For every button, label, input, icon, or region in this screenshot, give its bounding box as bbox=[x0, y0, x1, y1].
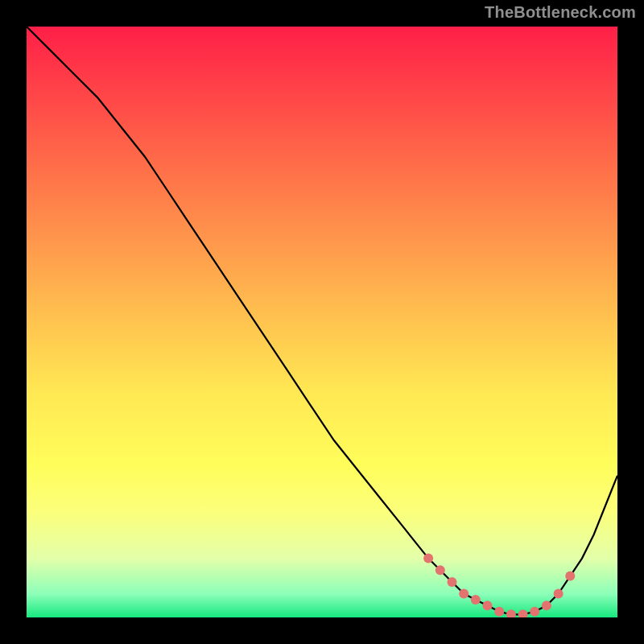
optimal-dot bbox=[554, 589, 564, 599]
optimal-dot bbox=[436, 565, 445, 575]
optimal-dot bbox=[542, 601, 551, 610]
dots-group bbox=[423, 554, 575, 617]
optimal-dots bbox=[27, 27, 617, 617]
optimal-dot bbox=[565, 572, 575, 581]
optimal-dot bbox=[471, 595, 481, 605]
optimal-dot bbox=[506, 609, 516, 617]
chart-container: TheBottleneck.com bbox=[0, 0, 644, 644]
plot-area bbox=[27, 27, 617, 617]
optimal-dot bbox=[459, 589, 469, 599]
optimal-dot bbox=[494, 607, 504, 617]
optimal-dot bbox=[448, 577, 457, 587]
watermark-text: TheBottleneck.com bbox=[485, 3, 636, 22]
optimal-dot bbox=[518, 609, 528, 617]
optimal-dot bbox=[530, 607, 539, 617]
optimal-dot bbox=[423, 554, 433, 564]
optimal-dot bbox=[483, 601, 493, 610]
